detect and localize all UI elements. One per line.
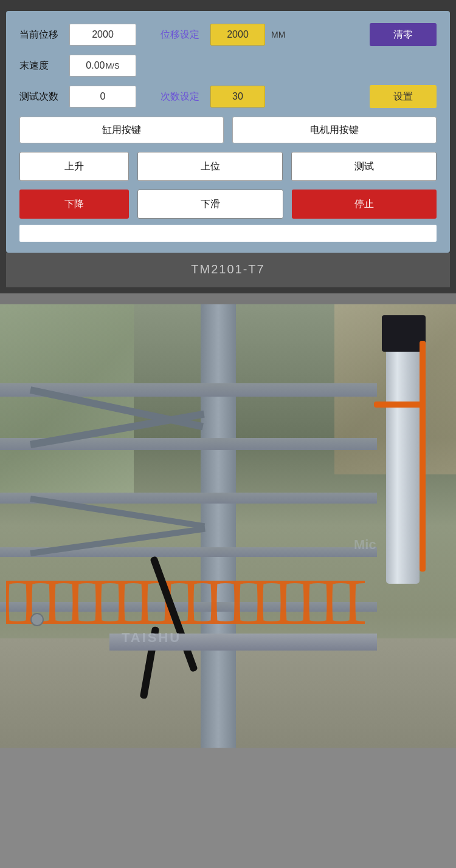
up-position-button[interactable]: 上位 (137, 152, 283, 181)
speed-unit: M/S (106, 61, 120, 70)
mic-watermark: Mic (354, 537, 376, 553)
group-labels-row: 缸用按键 电机用按键 (19, 117, 437, 143)
position-setting-input[interactable]: 2000 (210, 24, 265, 46)
orange-cable-vertical (420, 341, 426, 572)
count-setting-label: 次数设定 (161, 91, 204, 103)
test-count-value: 0 (69, 86, 136, 108)
coil-container (0, 578, 377, 626)
model-bar: TM2101-T7 (6, 253, 450, 287)
white-bar (19, 225, 437, 242)
photo-section: TAISHU Mic (0, 304, 456, 748)
svg-rect-0 (6, 581, 365, 624)
drop-button[interactable]: 下降 (19, 190, 129, 219)
right-action-group-1: 上位 测试 (137, 152, 437, 181)
slide-down-button[interactable]: 下滑 (137, 190, 283, 219)
test-button[interactable]: 测试 (291, 152, 437, 181)
position-unit: MM (271, 30, 285, 39)
test-count-label: 测试次数 (19, 91, 63, 103)
center-column (201, 304, 236, 748)
row-position: 当前位移 2000 位移设定 2000 MM 清零 (19, 23, 437, 46)
action-row-2: 下降 下滑 停止 (19, 190, 437, 219)
clear-button[interactable]: 清零 (370, 23, 437, 46)
model-name: TM2101-T7 (191, 262, 264, 276)
current-position-label: 当前位移 (19, 29, 63, 41)
row-speed: 末速度 0.00M/S (19, 55, 437, 77)
separator (0, 293, 456, 304)
rise-button[interactable]: 上升 (19, 152, 129, 181)
cylinder-group-label: 缸用按键 (19, 117, 224, 143)
action-row-1: 上升 上位 测试 (19, 152, 437, 181)
right-action-group-2: 下滑 停止 (137, 190, 437, 219)
terminal-speed-value: 0.00M/S (69, 55, 136, 77)
control-panel: 当前位移 2000 位移设定 2000 MM 清零 末速度 0.00M/S 测试… (6, 11, 450, 253)
set-button[interactable]: 设置 (370, 85, 437, 108)
position-setting-label: 位移设定 (161, 29, 204, 41)
top-section: 当前位移 2000 位移设定 2000 MM 清零 末速度 0.00M/S 测试… (0, 0, 456, 293)
cylinder (386, 329, 420, 584)
orange-cable-horizontal (374, 402, 423, 408)
coil-svg (6, 579, 371, 625)
count-setting-input[interactable]: 30 (210, 86, 265, 108)
row-count: 测试次数 0 次数设定 30 设置 (19, 85, 437, 108)
machine-label: TAISHU (122, 630, 181, 646)
bolt-left (30, 613, 44, 626)
motor-group-label: 电机用按键 (232, 117, 437, 143)
terminal-speed-label: 末速度 (19, 60, 63, 72)
stop-button[interactable]: 停止 (292, 190, 437, 219)
current-position-value: 2000 (69, 24, 136, 46)
